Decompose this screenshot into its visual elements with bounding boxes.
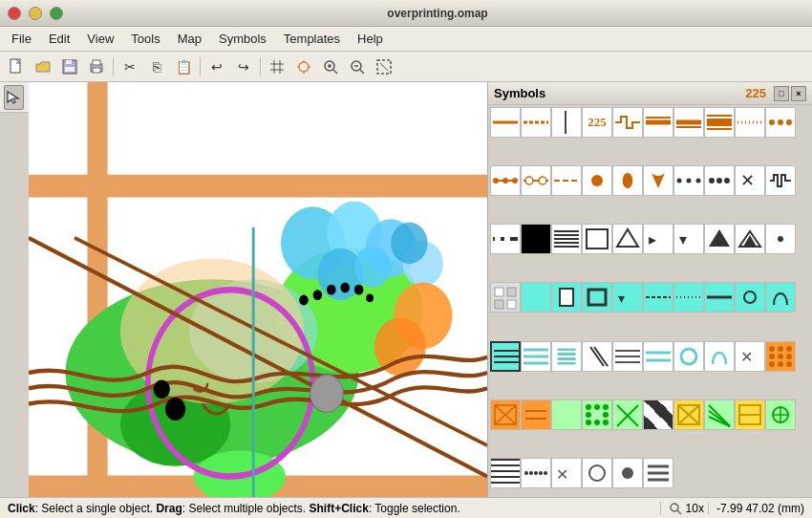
symbol-cell[interactable] xyxy=(673,282,704,313)
symbol-cell[interactable] xyxy=(551,399,582,430)
symbol-cell[interactable] xyxy=(490,224,521,254)
symbol-cell[interactable] xyxy=(673,165,704,196)
menu-view[interactable]: View xyxy=(79,30,121,48)
print-button[interactable] xyxy=(84,54,109,79)
symbol-cell[interactable]: ▾ xyxy=(673,224,704,254)
symbol-cell[interactable] xyxy=(765,165,796,196)
save-button[interactable] xyxy=(57,54,82,79)
symbol-cell[interactable]: ▸ xyxy=(643,224,673,254)
symbol-cell[interactable] xyxy=(582,224,612,254)
symbol-cell[interactable]: ✕ xyxy=(551,458,582,488)
symbol-cell[interactable] xyxy=(490,399,521,430)
zoomin-button[interactable] xyxy=(318,54,343,79)
symbol-cell[interactable] xyxy=(765,224,796,254)
symbol-cell[interactable] xyxy=(612,107,643,138)
copy-button[interactable]: ⎘ xyxy=(144,54,169,79)
symbol-cell[interactable] xyxy=(735,282,765,313)
symbols-restore-btn[interactable]: □ xyxy=(774,86,789,101)
symbol-cell[interactable] xyxy=(521,224,551,254)
new-button[interactable] xyxy=(4,54,29,79)
menu-map[interactable]: Map xyxy=(170,30,209,48)
undo-button[interactable]: ↩ xyxy=(204,54,229,79)
symbol-cell[interactable] xyxy=(612,399,643,430)
fit-button[interactable] xyxy=(372,54,396,79)
symbol-cell[interactable] xyxy=(704,224,735,254)
maximize-button[interactable] xyxy=(50,7,63,20)
symbol-cell[interactable] xyxy=(612,224,643,254)
symbol-cell[interactable] xyxy=(612,165,643,196)
symbol-cell[interactable] xyxy=(612,341,643,372)
symbol-cell[interactable] xyxy=(582,165,612,196)
symbol-cell[interactable] xyxy=(551,224,582,254)
redo-button[interactable]: ↪ xyxy=(231,54,256,79)
menu-help[interactable]: Help xyxy=(350,30,391,48)
symbol-cell[interactable] xyxy=(551,282,582,313)
grid-button[interactable] xyxy=(265,54,289,79)
window-title: overprinting.omap xyxy=(71,7,804,20)
symbol-cell[interactable] xyxy=(521,399,551,430)
symbol-cell[interactable] xyxy=(521,458,551,488)
svg-point-92 xyxy=(493,178,499,183)
svg-point-59 xyxy=(354,247,391,288)
symbol-cell[interactable] xyxy=(735,224,765,254)
symbol-cell[interactable]: 225 xyxy=(582,107,612,138)
menu-file[interactable]: File xyxy=(4,30,39,48)
symbol-cell[interactable] xyxy=(704,107,735,138)
symbol-cell[interactable] xyxy=(765,107,796,138)
symbol-cell[interactable] xyxy=(521,165,551,196)
cut-button[interactable]: ✂ xyxy=(118,54,142,79)
symbol-cell[interactable] xyxy=(643,165,673,196)
symbol-cell[interactable]: ▾ xyxy=(612,282,643,313)
open-button[interactable] xyxy=(31,54,55,79)
symbol-cell[interactable] xyxy=(582,458,612,488)
symbol-cell[interactable] xyxy=(582,399,612,430)
symbol-cell[interactable] xyxy=(735,399,765,430)
paste-button[interactable]: 📋 xyxy=(171,54,196,79)
symbol-cell[interactable] xyxy=(673,341,704,372)
symbol-cell[interactable] xyxy=(643,107,673,138)
menu-symbols[interactable]: Symbols xyxy=(211,30,274,48)
canvas-area[interactable] xyxy=(29,82,487,518)
symbol-cell[interactable] xyxy=(612,458,643,488)
symbol-cell[interactable] xyxy=(673,399,704,430)
symbol-cell[interactable] xyxy=(735,107,765,138)
symbol-cell[interactable] xyxy=(551,107,582,138)
symbol-cell[interactable] xyxy=(521,282,551,313)
symbols-close-btn[interactable]: × xyxy=(791,86,806,101)
symbol-cell[interactable] xyxy=(551,165,582,196)
snap-button[interactable] xyxy=(291,54,316,79)
symbol-cell[interactable] xyxy=(490,165,521,196)
symbol-cell[interactable] xyxy=(490,341,521,372)
svg-rect-127 xyxy=(560,289,573,306)
symbol-cell[interactable] xyxy=(490,282,521,313)
close-button[interactable] xyxy=(8,7,21,20)
symbol-cell[interactable] xyxy=(704,341,735,372)
minimize-button[interactable] xyxy=(29,7,42,20)
symbol-cell[interactable]: ✕ xyxy=(735,341,765,372)
symbol-cell[interactable] xyxy=(490,458,521,488)
symbol-cell[interactable] xyxy=(643,399,673,430)
zoomout-button[interactable] xyxy=(345,54,370,79)
zoom-level[interactable]: 10x xyxy=(686,502,704,515)
symbol-cell[interactable] xyxy=(704,282,735,313)
symbol-cell[interactable] xyxy=(490,107,521,138)
symbol-cell[interactable] xyxy=(765,282,796,313)
symbol-cell[interactable] xyxy=(765,341,796,372)
symbol-cell[interactable]: ✕ xyxy=(735,165,765,196)
menu-tools[interactable]: Tools xyxy=(123,30,167,48)
symbol-cell[interactable] xyxy=(582,341,612,372)
symbol-cell[interactable] xyxy=(551,341,582,372)
symbol-cell[interactable] xyxy=(521,107,551,138)
symbol-cell[interactable] xyxy=(643,458,673,488)
menu-templates[interactable]: Templates xyxy=(276,30,348,48)
symbol-cell[interactable] xyxy=(582,282,612,313)
symbol-cell[interactable] xyxy=(643,282,673,313)
symbol-cell[interactable] xyxy=(704,399,735,430)
symbol-cell[interactable] xyxy=(521,341,551,372)
symbol-cell[interactable] xyxy=(704,165,735,196)
symbol-cell[interactable] xyxy=(673,107,704,138)
symbol-cell[interactable] xyxy=(765,399,796,430)
symbol-cell[interactable] xyxy=(643,341,673,372)
menu-edit[interactable]: Edit xyxy=(41,30,77,48)
symbols-grid[interactable]: 225 xyxy=(488,105,812,518)
